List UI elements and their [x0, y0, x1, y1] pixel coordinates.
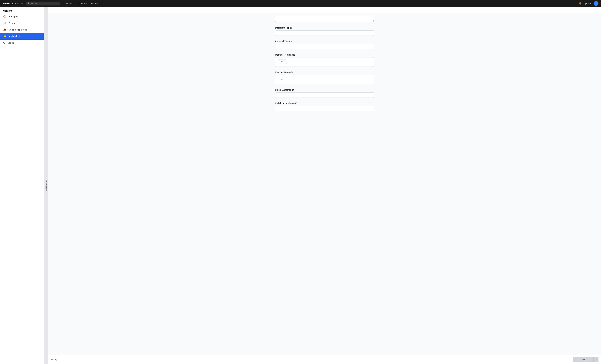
three-dot-menu-button[interactable]: ⋮: [594, 8, 599, 11]
content-area: ⋮ Instagram Handle Personal Website: [48, 7, 601, 364]
avatar-letter: I: [596, 2, 596, 5]
topnav-right: 📦 8 updates I: [579, 1, 599, 6]
member-references-container: Add: [275, 57, 374, 67]
sidebar-header: Content: [0, 7, 44, 13]
instagram-handle-input[interactable]: [275, 30, 374, 36]
app-logo: HIGHCOURT: [2, 2, 18, 5]
publish-button[interactable]: Publish: [573, 357, 593, 363]
field-group-member-referrals: Member Referrals Add: [275, 71, 374, 84]
member-references-add-button[interactable]: Add: [278, 59, 287, 64]
field-group-stripe-customer-id: Stripe Customer ID: [275, 89, 374, 98]
member-references-label: Member References: [275, 53, 374, 56]
member-referrals-add-label: Add: [280, 78, 284, 80]
sidebar-item-membership-forms-label: Membership Forms: [9, 29, 27, 31]
publish-area: Publish ▾: [573, 357, 599, 363]
mailchimp-audience-id-label: Mailchimp Audience ID: [275, 102, 374, 105]
truncated-field-input[interactable]: [275, 16, 374, 22]
config-icon: ⚙: [3, 41, 6, 45]
form-scroll: Instagram Handle Personal Website Member…: [48, 13, 601, 355]
content-topbar: ⋮: [48, 7, 601, 13]
sidebar: Content 🏠 Homepage 📝 Pages 📥 Membership …: [0, 7, 44, 364]
field-group-instagram-handle: Instagram Handle: [275, 27, 374, 36]
sidebar-item-homepage-label: Homepage: [9, 15, 19, 18]
media-icon: ◈: [91, 2, 93, 5]
instagram-handle-label: Instagram Handle: [275, 27, 374, 29]
add-button[interactable]: +: [21, 2, 24, 5]
field-group-mailchimp-audience-id: Mailchimp Audience ID: [275, 102, 374, 111]
desk-icon: ⊞: [66, 2, 68, 5]
mailchimp-audience-id-input[interactable]: [275, 106, 374, 111]
publish-dropdown-button[interactable]: ▾: [593, 357, 599, 362]
tab-vision-label: Vision: [81, 2, 87, 5]
homepage-icon: 🏠: [3, 15, 7, 18]
sidebar-item-config[interactable]: ⚙ Config: [0, 40, 44, 46]
avatar[interactable]: I: [594, 1, 599, 6]
applications-icon: 🦁: [3, 35, 7, 38]
member-references-add-label: Add: [280, 61, 284, 63]
vision-icon: 👁: [78, 2, 80, 5]
vertical-tab-label: Applications: [45, 180, 47, 191]
status-check-icon: ✓: [58, 358, 60, 361]
updates-icon: 📦: [579, 2, 581, 5]
vertical-applications-tab[interactable]: Applications: [44, 7, 48, 364]
status-text: Empty: [51, 358, 57, 361]
tab-media[interactable]: ◈ Media: [89, 1, 101, 5]
sidebar-item-applications[interactable]: 🦁 Applications: [0, 33, 44, 40]
sidebar-item-pages-label: Pages: [9, 22, 15, 24]
search-bar: 🔍: [26, 1, 60, 5]
personal-website-input[interactable]: [275, 44, 374, 49]
field-group-personal-website: Personal Website: [275, 40, 374, 49]
updates-label: 8 updates: [582, 2, 591, 5]
pages-icon: 📝: [3, 21, 7, 25]
sidebar-item-membership-forms[interactable]: 📥 Membership Forms: [0, 26, 44, 33]
form-inner: Instagram Handle Personal Website Member…: [271, 13, 378, 122]
field-group-member-references: Member References Add: [275, 53, 374, 67]
stripe-customer-id-input[interactable]: [275, 92, 374, 98]
bottom-bar: Empty ✓ Publish ▾: [48, 355, 601, 364]
membership-forms-icon: 📥: [3, 28, 7, 31]
member-referrals-add-button[interactable]: Add: [278, 77, 287, 81]
topnav-tabs: ⊞ Desk 👁 Vision ◈ Media: [64, 1, 101, 5]
sidebar-item-applications-label: Applications: [9, 35, 20, 38]
status-badge: Empty ✓: [51, 358, 60, 361]
member-referrals-label: Member Referrals: [275, 71, 374, 74]
search-icon: 🔍: [28, 2, 30, 5]
topnav: HIGHCOURT + 🔍 ⊞ Desk 👁 Vision ◈ Media 📦 …: [0, 0, 601, 7]
tab-desk[interactable]: ⊞ Desk: [64, 1, 75, 5]
tab-desk-label: Desk: [69, 2, 74, 5]
tab-vision[interactable]: 👁 Vision: [76, 1, 89, 5]
search-input[interactable]: [31, 2, 59, 5]
sidebar-item-homepage[interactable]: 🏠 Homepage: [0, 13, 44, 20]
member-referrals-container: Add: [275, 75, 374, 84]
publish-dropdown-icon: ▾: [596, 358, 597, 361]
main-layout: Content 🏠 Homepage 📝 Pages 📥 Membership …: [0, 7, 601, 364]
personal-website-label: Personal Website: [275, 40, 374, 43]
field-group-truncated: [275, 16, 374, 22]
updates-button[interactable]: 📦 8 updates: [579, 2, 591, 5]
stripe-customer-id-label: Stripe Customer ID: [275, 89, 374, 91]
tab-media-label: Media: [94, 2, 99, 5]
sidebar-item-config-label: Config: [8, 42, 14, 44]
sidebar-item-pages[interactable]: 📝 Pages: [0, 20, 44, 26]
